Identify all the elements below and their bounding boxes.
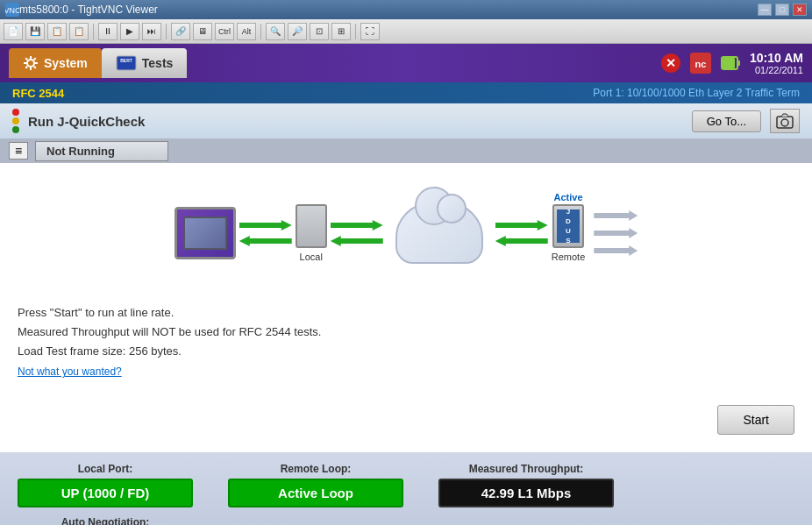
vnc-icon: VNC — [5, 3, 19, 17]
local-port-label: Local Port: — [78, 463, 133, 475]
local-port-group: Local Port: UP (1000 / FD) Auto Negotiat… — [18, 463, 193, 525]
toolbar: 📄 💾 📋 📋 ⏸ ▶ ⏭ 🔗 🖥 Ctrl Alt 🔍 🔎 ⊡ ⊞ ⛶ — [0, 19, 812, 44]
svg-text:VNC: VNC — [5, 6, 19, 15]
network-diagram: Local Active J D U S Remote — [18, 172, 794, 294]
status-bar: ≡ Not Running — [0, 138, 812, 163]
cloud-icon — [395, 202, 483, 264]
header-right: ✕ nc 10:10 AM 01/22/2011 — [660, 51, 803, 75]
title-bar: VNC mts5800:0 - TightVNC Viewer — □ ✕ — [0, 0, 812, 19]
svg-point-2 — [27, 60, 34, 67]
time-display: 10:10 AM 01/22/2011 — [750, 51, 803, 75]
traffic-light — [12, 109, 19, 133]
svg-rect-11 — [723, 58, 735, 68]
yellow-light — [12, 117, 19, 124]
nc-icon: nc — [690, 53, 711, 74]
throughput-label: Measured Throughput: — [469, 463, 584, 475]
battery-icon — [720, 53, 741, 74]
app-header: System BERT Tests ✕ nc 10:10 AM 01/22/20… — [0, 44, 812, 82]
toolbar-paste[interactable]: 📋 — [69, 23, 89, 40]
remote-loop-group: Remote Loop: Active Loop — [228, 463, 403, 507]
remote-device: Active J D U S — [552, 204, 584, 248]
port-info: Port 1: 10/100/1000 Eth Layer 2 Traffic … — [593, 87, 800, 99]
local-port-value: UP (1000 / FD) — [18, 479, 193, 507]
minimize-button[interactable]: — — [758, 4, 772, 16]
info-line2: Measured Throughput will NOT be used for… — [18, 323, 794, 342]
status-text: Not Running — [35, 141, 168, 161]
info-text: Press "Start" to run at line rate. Measu… — [18, 303, 794, 381]
toolbar-ctrl[interactable]: Ctrl — [215, 23, 234, 40]
svg-text:nc: nc — [695, 59, 707, 69]
arrows-cloud-left — [331, 220, 383, 246]
not-what-link[interactable]: Not what you wanted? — [18, 363, 794, 380]
throughput-value: 42.99 L1 Mbps — [438, 479, 614, 507]
sub-header: Run J-QuickCheck Go To... — [0, 103, 812, 138]
remote-loop-value: Active Loop — [228, 479, 403, 507]
arrow-left-1 — [239, 236, 292, 246]
toolbar-zoom-reset[interactable]: ⊡ — [310, 23, 329, 40]
system-tab[interactable]: System — [9, 48, 102, 78]
rfc-label: RFC 2544 — [12, 87, 64, 100]
status-icon: ≡ — [9, 142, 28, 160]
goto-button[interactable]: Go To... — [692, 110, 761, 132]
local-port-device — [296, 204, 327, 248]
arrows-local — [239, 220, 292, 246]
x-icon: ✕ — [660, 53, 681, 74]
side-arrows — [594, 210, 637, 256]
window-controls: — □ ✕ — [758, 4, 807, 16]
tests-tab[interactable]: BERT Tests — [102, 48, 188, 78]
monitor-screen — [183, 216, 227, 250]
tests-tab-label: Tests — [142, 56, 174, 70]
local-device — [175, 207, 236, 259]
arrow-left-3 — [495, 236, 548, 246]
remote-label: Remote — [552, 252, 586, 262]
side-arrow-2 — [594, 228, 637, 238]
green-light — [12, 126, 19, 133]
svg-rect-10 — [737, 60, 740, 66]
toolbar-zoom-fit[interactable]: ⊞ — [331, 23, 351, 40]
toolbar-copy[interactable]: 📋 — [47, 23, 67, 40]
camera-icon — [776, 113, 794, 129]
title-text: mts5800:0 - TightVNC Viewer — [19, 4, 158, 16]
bert-icon: BERT — [116, 55, 137, 71]
toolbar-link[interactable]: 🔗 — [171, 23, 190, 40]
rfc-bar: RFC 2544 Port 1: 10/100/1000 Eth Layer 2… — [0, 82, 812, 103]
arrows-cloud-right — [495, 220, 548, 246]
system-tab-label: System — [44, 56, 88, 70]
throughput-group: Measured Throughput: 42.99 L1 Mbps — [438, 463, 614, 507]
monitor-icon — [175, 207, 236, 259]
toolbar-alt[interactable]: Alt — [237, 23, 256, 40]
toolbar-pause[interactable]: ⏸ — [98, 23, 118, 40]
auto-neg-label: Auto Negotiation: — [61, 516, 150, 525]
svg-text:BERT: BERT — [120, 58, 132, 63]
main-content: Local Active J D U S Remote — [0, 163, 812, 452]
toolbar-screen[interactable]: 🖥 — [193, 23, 212, 40]
maximize-button[interactable]: □ — [775, 4, 789, 16]
camera-button[interactable] — [770, 109, 800, 133]
remote-loop-label: Remote Loop: — [281, 463, 352, 475]
controls-bar: Local Port: UP (1000 / FD) Auto Negotiat… — [0, 452, 812, 525]
toolbar-zoom-out[interactable]: 🔎 — [288, 23, 307, 40]
arrow-right-3 — [495, 220, 548, 231]
status-icon-symbol: ≡ — [15, 144, 22, 158]
toolbar-new[interactable]: 📄 — [4, 23, 23, 40]
toolbar-fullscreen[interactable]: ⛶ — [360, 23, 380, 40]
svg-text:✕: ✕ — [666, 56, 676, 70]
arrow-right-1 — [239, 220, 292, 231]
side-arrow-1 — [594, 210, 637, 221]
info-line1: Press "Start" to run at line rate. — [18, 303, 794, 323]
start-button[interactable]: Start — [717, 405, 794, 435]
local-label: Local — [300, 252, 323, 262]
sub-title: Run J-QuickCheck — [28, 114, 145, 129]
arrow-left-2 — [331, 236, 383, 246]
remote-inner: J D U S — [557, 209, 580, 243]
date-text: 01/22/2011 — [750, 65, 803, 75]
info-line3: Load Test frame size: 256 bytes. — [18, 342, 794, 361]
close-button[interactable]: ✕ — [793, 4, 807, 16]
local-small-device: Local — [296, 204, 327, 262]
toolbar-zoom-in[interactable]: 🔍 — [266, 23, 285, 40]
toolbar-save[interactable]: 💾 — [25, 23, 45, 40]
toolbar-play[interactable]: ▶ — [120, 23, 139, 40]
gear-icon — [23, 55, 39, 71]
red-light — [12, 109, 19, 116]
toolbar-skip[interactable]: ⏭ — [142, 23, 161, 40]
